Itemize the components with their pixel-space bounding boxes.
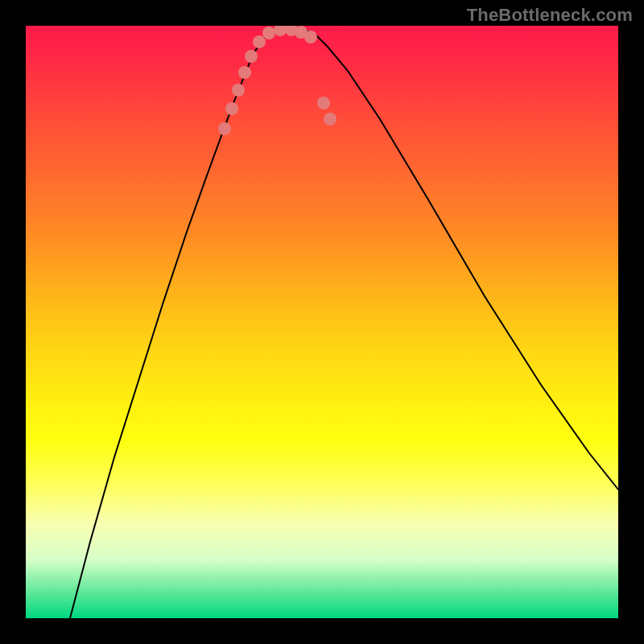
highlight-dot (225, 102, 238, 115)
bottleneck-curve (70, 29, 618, 618)
highlight-dot (324, 113, 336, 126)
highlight-dot (232, 84, 245, 97)
highlight-dot (317, 97, 330, 109)
watermark-text: TheBottleneck.com (467, 5, 633, 26)
valley-highlight-dots (218, 26, 336, 135)
highlight-dot (262, 27, 275, 39)
chart-frame: TheBottleneck.com (0, 0, 644, 644)
highlight-dot (253, 35, 266, 48)
gradient-plot-area (26, 26, 618, 618)
highlight-dot (274, 26, 287, 36)
curve-svg (26, 26, 618, 618)
highlight-dot (245, 50, 258, 63)
highlight-dot (218, 122, 231, 135)
highlight-dot (238, 66, 251, 79)
highlight-dot (304, 31, 317, 43)
